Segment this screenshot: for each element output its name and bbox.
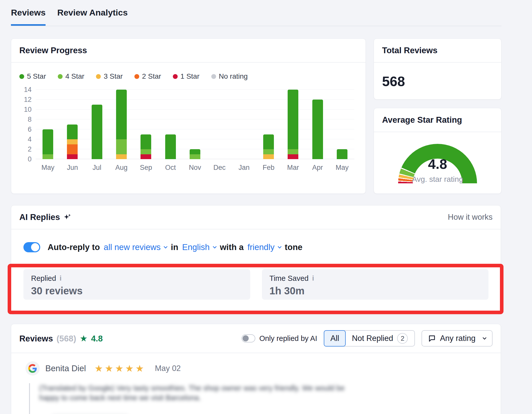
- reviews-title: Reviews: [19, 334, 53, 343]
- stacked-bar: [116, 90, 127, 159]
- reviews-count: (568): [57, 334, 76, 343]
- only-ai-label: Only replied by AI: [259, 334, 317, 343]
- stacked-bar: [190, 149, 200, 159]
- only-ai-toggle[interactable]: [242, 334, 255, 342]
- chevron-down-icon: [213, 244, 217, 249]
- legend-item: 2 Star: [134, 72, 161, 80]
- filter-all-button[interactable]: All: [324, 330, 346, 347]
- x-axis-label: Sep: [134, 164, 158, 172]
- autoreply-row: Auto-reply to all new reviews in English…: [23, 242, 488, 252]
- chevron-down-icon: [164, 244, 168, 249]
- bar-segment: [263, 149, 274, 154]
- ai-stats-row: Replied i 30 reviews Time Saved i 1h 30m: [23, 269, 488, 300]
- legend-dot-icon: [173, 74, 178, 79]
- bar-segment: [67, 154, 78, 159]
- bar-segment: [288, 154, 298, 159]
- tab-reviews[interactable]: Reviews: [11, 8, 46, 26]
- review-quote: (Translated by Google) Very tasty smooth…: [29, 383, 486, 414]
- x-axis-label: Nov: [183, 164, 207, 172]
- stacked-bar: [337, 149, 347, 159]
- how-it-works-link[interactable]: How it works: [448, 213, 493, 222]
- y-axis-tick: 0: [20, 155, 32, 163]
- review-progress-card: Review Progress 5 Star4 Star3 Star2 Star…: [11, 38, 366, 194]
- ai-replies-title: AI Replies: [19, 212, 60, 222]
- replied-filter-segment: All Not Replied 2: [324, 330, 415, 347]
- avg-star-rating-title: Average Star Rating: [374, 108, 501, 132]
- y-axis-tick: 10: [20, 106, 32, 114]
- replied-value: 30 reviews: [31, 285, 243, 297]
- reviews-header: Reviews (568) ★ 4.8 Only replied by AI A…: [11, 324, 501, 353]
- gauge-caption: Avg. star rating: [398, 175, 477, 184]
- tab-bar: Reviews Review Analytics: [11, 0, 501, 26]
- x-axis-label: Jun: [60, 164, 85, 172]
- autoreply-with-words: with a: [220, 242, 244, 252]
- bar-segment: [67, 125, 78, 140]
- bar-segment: [43, 154, 53, 159]
- comment-icon: [428, 335, 436, 342]
- time-saved-stat-card: Time Saved i 1h 30m: [262, 269, 489, 300]
- review-dashboard: Reviews Review Analytics Review Progress…: [0, 0, 532, 414]
- bar-segment: [141, 134, 151, 149]
- review-stars: ★★★★★: [95, 363, 146, 374]
- chevron-down-icon: [483, 336, 487, 340]
- filter-not-replied-button[interactable]: Not Replied 2: [345, 331, 414, 346]
- legend-item: 1 Star: [173, 72, 200, 80]
- autoreply-scope-dropdown[interactable]: all new reviews: [104, 242, 167, 252]
- y-axis-tick: 8: [20, 116, 32, 123]
- stacked-bar: [263, 134, 274, 159]
- rating-filter-dropdown[interactable]: Any rating: [422, 330, 493, 347]
- bar-segment: [165, 134, 176, 159]
- bar-segment: [116, 139, 127, 154]
- x-axis-label: Feb: [256, 164, 281, 172]
- ai-replies-header: AI Replies How it works: [11, 205, 501, 229]
- autoreply-toggle[interactable]: [23, 242, 40, 252]
- tab-review-analytics[interactable]: Review Analytics: [57, 8, 128, 26]
- bar-segment: [312, 100, 323, 159]
- review-item: Benita Diel ★★★★★ May 02 (Translated by …: [11, 353, 501, 414]
- total-reviews-title: Total Reviews: [374, 39, 501, 63]
- bar-segment: [141, 154, 151, 159]
- bar-segment: [263, 154, 274, 159]
- legend-dot-icon: [96, 74, 101, 79]
- bar-segment: [43, 129, 53, 154]
- autoreply-in-word: in: [171, 242, 178, 252]
- total-reviews-card: Total Reviews 568: [374, 38, 501, 100]
- autoreply-language-dropdown[interactable]: English: [182, 242, 216, 252]
- sparkles-icon: [63, 213, 72, 222]
- rating-gauge: 4.8 Avg. star rating: [398, 144, 477, 184]
- review-date: May 02: [155, 364, 181, 373]
- x-axis-label: May: [330, 164, 354, 172]
- avg-star-rating-card: Average Star Rating 4.8 Avg. star rating: [374, 108, 501, 194]
- info-icon[interactable]: i: [60, 274, 62, 282]
- x-axis-label: Oct: [158, 164, 183, 172]
- x-axis-label: Mar: [281, 164, 305, 172]
- x-axis-label: Jul: [85, 164, 109, 172]
- bar-segment: [67, 144, 78, 154]
- reviews-list-card: Reviews (568) ★ 4.8 Only replied by AI A…: [11, 324, 501, 414]
- legend-dot-icon: [19, 74, 24, 79]
- autoreply-tone-dropdown[interactable]: friendly: [247, 242, 281, 252]
- y-axis-tick: 14: [20, 86, 32, 94]
- legend-dot-icon: [134, 74, 139, 79]
- summary-column: Total Reviews 568 Average Star Rating 4.…: [374, 38, 501, 194]
- star-icon: ★: [80, 333, 87, 343]
- bar-segment: [263, 134, 274, 149]
- x-axis-label: Jan: [232, 164, 256, 172]
- replied-label: Replied: [31, 274, 56, 283]
- reviews-filter-controls: Only replied by AI All Not Replied 2 Any…: [242, 330, 493, 347]
- chart-plot: 02468101214: [36, 90, 354, 159]
- bar-segment: [116, 154, 127, 159]
- not-replied-badge: 2: [397, 333, 408, 344]
- reviewer-name: Benita Diel: [45, 364, 86, 373]
- autoreply-prefix: Auto-reply to: [48, 242, 100, 252]
- stacked-bar: [92, 105, 102, 159]
- info-icon[interactable]: i: [312, 274, 314, 282]
- total-reviews-value: 568: [374, 63, 501, 100]
- stacked-bar: [165, 134, 176, 159]
- legend-item: 4 Star: [58, 72, 85, 80]
- stacked-bar: [288, 90, 298, 159]
- y-axis-tick: 6: [20, 126, 32, 133]
- reviews-avg-rating: 4.8: [91, 334, 103, 343]
- bar-segment: [288, 90, 298, 149]
- x-axis-label: May: [36, 164, 60, 172]
